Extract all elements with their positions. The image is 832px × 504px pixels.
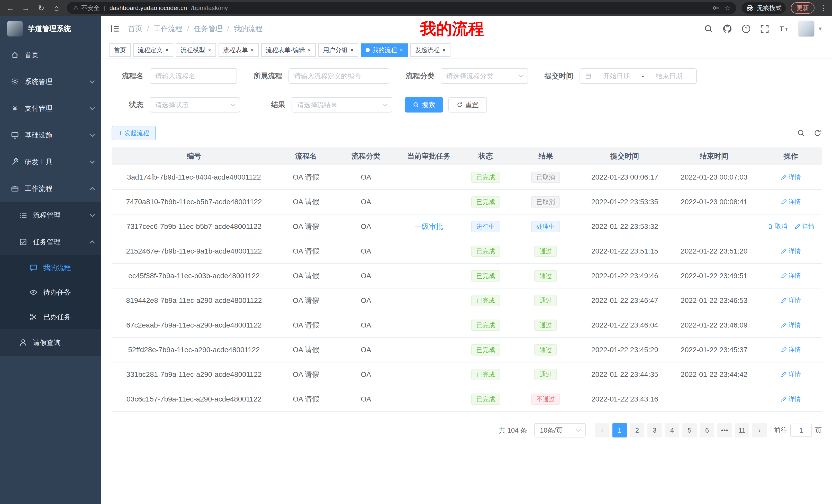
forward-icon[interactable]: → bbox=[21, 4, 31, 12]
app-logo[interactable]: 芋道管理系统 bbox=[0, 16, 101, 41]
chrome-update-button[interactable]: 更新 bbox=[791, 2, 814, 13]
home-icon[interactable]: ⌂ bbox=[51, 4, 62, 12]
tab-user-group[interactable]: 用户分组× bbox=[318, 44, 358, 57]
process-name-input[interactable] bbox=[150, 68, 237, 84]
category-select[interactable]: 请选择流程分类 bbox=[441, 68, 528, 84]
chevron-down-icon bbox=[90, 159, 95, 164]
tab-process-form-edit[interactable]: 流程表单-编辑× bbox=[261, 44, 316, 57]
page-button[interactable]: 5 bbox=[682, 423, 697, 438]
app-title: 芋道管理系统 bbox=[28, 24, 71, 34]
close-icon[interactable]: × bbox=[165, 47, 169, 53]
status-badge: 进行中 bbox=[471, 221, 500, 232]
sidebar-item-process-management[interactable]: 流程管理 bbox=[0, 202, 101, 229]
close-icon[interactable]: × bbox=[442, 47, 446, 53]
toggle-search-icon[interactable] bbox=[797, 129, 805, 137]
breadcrumb-task-management[interactable]: 任务管理 bbox=[194, 24, 223, 34]
sidebar-item-payment[interactable]: ¥ 支付管理 bbox=[0, 95, 101, 122]
monitor-icon bbox=[10, 131, 20, 139]
prev-page-button[interactable]: ‹ bbox=[595, 423, 609, 438]
sidebar-toggle-icon[interactable] bbox=[110, 24, 120, 33]
back-icon[interactable]: ← bbox=[5, 4, 16, 12]
tab-process-form[interactable]: 流程表单× bbox=[218, 44, 259, 57]
sidebar-item-home[interactable]: 首页 bbox=[0, 41, 101, 68]
detail-link[interactable]: 详情 bbox=[781, 247, 801, 255]
sidebar-item-task-management[interactable]: 任务管理 bbox=[0, 229, 101, 255]
col-current-task: 当前审批任务 bbox=[396, 147, 461, 165]
security-warning[interactable]: ⚠ 不安全 bbox=[73, 4, 100, 12]
submit-time-range-picker[interactable]: 开始日期 - 结束日期 bbox=[579, 68, 697, 84]
tab-start-process[interactable]: 发起流程× bbox=[410, 44, 450, 57]
close-icon[interactable]: × bbox=[399, 47, 403, 53]
result-select[interactable]: 请选择流结果 bbox=[291, 97, 392, 113]
close-icon[interactable]: × bbox=[308, 47, 311, 53]
chevron-down-icon bbox=[90, 105, 95, 110]
breadcrumb-current: 我的流程 bbox=[234, 24, 262, 34]
sidebar-item-done-tasks[interactable]: 已办任务 bbox=[0, 305, 101, 329]
cancel-link[interactable]: 取消 bbox=[767, 222, 787, 230]
detail-link[interactable]: 详情 bbox=[781, 173, 801, 181]
chevron-up-icon bbox=[90, 187, 95, 192]
search-button[interactable]: 搜索 bbox=[405, 97, 443, 113]
page-button[interactable]: 2 bbox=[630, 423, 644, 438]
password-key-icon[interactable] bbox=[712, 4, 720, 12]
sidebar-item-my-process[interactable]: 我的流程 bbox=[0, 255, 101, 280]
current-task-link[interactable]: 一级审批 bbox=[414, 222, 443, 230]
detail-link[interactable]: 详情 bbox=[781, 345, 801, 354]
refresh-table-icon[interactable] bbox=[813, 129, 822, 137]
page-button[interactable]: 11 bbox=[735, 423, 749, 438]
sidebar-item-leave-query[interactable]: 请假查询 bbox=[0, 329, 101, 356]
detail-link[interactable]: 详情 bbox=[781, 321, 801, 329]
goto-page-input[interactable] bbox=[790, 424, 812, 437]
page-size-select[interactable]: 10条/页 bbox=[534, 423, 586, 438]
svg-text:T: T bbox=[785, 27, 788, 32]
detail-link[interactable]: 详情 bbox=[781, 370, 801, 379]
process-def-input[interactable] bbox=[288, 68, 389, 84]
page-button[interactable]: 6 bbox=[700, 423, 714, 438]
page-button[interactable]: 4 bbox=[665, 423, 679, 438]
tab-home[interactable]: 首页 bbox=[109, 44, 131, 57]
bookmark-star-icon[interactable]: ☆ bbox=[724, 4, 730, 12]
plus-icon: + bbox=[118, 130, 122, 137]
detail-link[interactable]: 详情 bbox=[781, 272, 801, 280]
chevron-down-icon bbox=[90, 78, 95, 83]
address-bar[interactable]: ⚠ 不安全 | dashboard.yudao.iocoder.cn/bpm/t… bbox=[67, 2, 736, 14]
end-date-placeholder: 结束日期 bbox=[647, 72, 691, 81]
incognito-icon bbox=[746, 4, 754, 12]
tab-process-definition[interactable]: 流程定义× bbox=[133, 44, 173, 57]
page-button[interactable]: 3 bbox=[647, 423, 662, 438]
sidebar-item-devtools[interactable]: 研发工具 bbox=[0, 148, 101, 175]
user-menu[interactable]: ▼ bbox=[798, 21, 823, 37]
close-icon[interactable]: × bbox=[208, 47, 211, 53]
close-icon[interactable]: × bbox=[350, 47, 354, 53]
browser-menu-icon[interactable]: ⋮ bbox=[820, 4, 827, 12]
search-icon[interactable] bbox=[704, 24, 713, 33]
breadcrumb-home[interactable]: 首页 bbox=[128, 24, 142, 34]
page-ellipsis[interactable]: ••• bbox=[717, 423, 732, 438]
annotation-title: 我的流程 bbox=[420, 18, 484, 39]
detail-link[interactable]: 详情 bbox=[781, 395, 801, 403]
detail-link[interactable]: 详情 bbox=[781, 198, 801, 206]
sidebar-item-workflow[interactable]: 工作流程 bbox=[0, 175, 101, 202]
tab-my-process[interactable]: 我的流程× bbox=[361, 44, 408, 57]
reset-button[interactable]: 重置 bbox=[448, 97, 487, 113]
help-icon[interactable]: ? bbox=[742, 24, 751, 33]
detail-link[interactable]: 详情 bbox=[795, 222, 814, 230]
breadcrumb: 首页 / 工作流程 / 任务管理 / 我的流程 bbox=[128, 24, 262, 34]
next-page-button[interactable]: › bbox=[752, 423, 767, 438]
submit-time-label: 提交时间 bbox=[543, 71, 573, 81]
font-size-icon[interactable]: TT bbox=[779, 24, 789, 33]
page-button[interactable]: 1 bbox=[613, 423, 627, 438]
sidebar-item-system[interactable]: 系统管理 bbox=[0, 68, 101, 95]
start-process-button[interactable]: + 发起流程 bbox=[111, 126, 156, 140]
sidebar-item-infrastructure[interactable]: 基础设施 bbox=[0, 122, 101, 148]
reload-icon[interactable]: ↻ bbox=[36, 4, 46, 12]
sidebar-item-todo-tasks[interactable]: 待办任务 bbox=[0, 280, 101, 305]
tab-process-model[interactable]: 流程模型× bbox=[176, 44, 216, 57]
fullscreen-icon[interactable] bbox=[760, 24, 769, 33]
total-count: 共 104 条 bbox=[499, 426, 527, 435]
status-select[interactable]: 请选择状态 bbox=[150, 97, 240, 113]
breadcrumb-workflow[interactable]: 工作流程 bbox=[154, 24, 183, 34]
close-icon[interactable]: × bbox=[251, 47, 254, 53]
github-icon[interactable] bbox=[723, 24, 732, 34]
detail-link[interactable]: 详情 bbox=[781, 296, 801, 304]
